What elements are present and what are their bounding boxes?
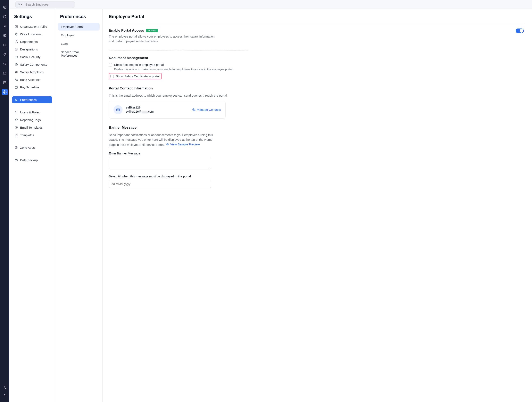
sidebar-item-preferences[interactable]: Preferences <box>12 96 52 103</box>
svg-point-27 <box>17 100 17 101</box>
sidebar-item-users-roles[interactable]: Users & Roles <box>12 109 52 116</box>
enable-portal-desc: The employee portal allows your employee… <box>109 34 220 44</box>
svg-point-26 <box>15 99 16 100</box>
sidebar-item-email-templates[interactable]: Email Templates <box>12 124 52 131</box>
sidebar-item-label: Templates <box>20 133 34 137</box>
sidebar-item-label: Salary Components <box>20 63 47 66</box>
sidebar-item-templates[interactable]: Templates <box>12 131 52 139</box>
prefs-item-sender-email[interactable]: Sender Email Preferences <box>58 48 100 59</box>
show-documents-hint: Enable this option to make documents vis… <box>114 68 524 71</box>
sidebar-item-label: Bank Accounts <box>20 78 40 81</box>
portal-contact-title: Portal Contact Information <box>109 86 524 91</box>
sidebar-item-salary-templates[interactable]: Salary Templates <box>12 69 52 76</box>
mail-icon <box>114 105 123 114</box>
show-salary-checkbox[interactable]: Show Salary Certificate in portal <box>110 74 159 78</box>
topbar: ▾ <box>9 0 532 9</box>
svg-point-22 <box>17 72 17 73</box>
banner-until-label: Select till when this message must be di… <box>109 175 524 178</box>
reports-icon[interactable] <box>2 80 8 86</box>
contact-email: zyllker126@xxxx.com <box>126 110 154 113</box>
prefs-item-employee[interactable]: Employee <box>58 31 100 39</box>
sidebar-item-work-locations[interactable]: Work Locations <box>12 31 52 38</box>
show-salary-label: Show Salary Certificate in portal <box>116 74 159 78</box>
portal-contact-desc: This is the email address to which your … <box>109 93 524 98</box>
active-badge: ACTIVE <box>146 29 158 32</box>
prefs-item-loan[interactable]: Loan <box>58 40 100 47</box>
sidebar-item-label: Email Templates <box>20 126 43 129</box>
enable-portal-toggle[interactable] <box>516 28 524 33</box>
svg-point-23 <box>15 79 16 80</box>
svg-rect-34 <box>15 160 17 161</box>
svg-point-2 <box>3 15 6 18</box>
sidebar-item-departments[interactable]: Departments <box>12 38 52 45</box>
search-input[interactable] <box>26 3 73 6</box>
banner-message-input[interactable] <box>109 157 211 169</box>
svg-point-19 <box>16 57 16 57</box>
sidebar-item-label: Pay Schedule <box>20 85 39 89</box>
detail-panel: Employee Portal Enable Portal Access ACT… <box>103 9 532 402</box>
svg-point-37 <box>167 144 168 145</box>
sidebar-item-label: Users & Roles <box>20 110 40 114</box>
svg-point-36 <box>193 109 194 110</box>
sidebar-item-pay-schedule[interactable]: Pay Schedule <box>12 84 52 91</box>
manage-contacts-link[interactable]: Manage Contacts <box>192 108 221 111</box>
employees-icon[interactable] <box>2 23 8 29</box>
svg-rect-35 <box>117 109 120 111</box>
chevron-down-icon[interactable]: ▾ <box>21 3 22 6</box>
settings-title: Settings <box>12 14 52 23</box>
preferences-sidebar: Preferences Employee Portal Employee Loa… <box>55 9 103 402</box>
banner-title: Banner Message <box>109 125 524 130</box>
loans-icon[interactable] <box>2 51 8 58</box>
sidebar-item-label: Social Security <box>20 55 40 59</box>
sidebar-item-reporting-tags[interactable]: Reporting Tags <box>12 116 52 123</box>
banner-desc: Send important notifications or announce… <box>109 132 217 147</box>
contact-name: zyllker126 <box>126 106 154 109</box>
sidebar-item-social-security[interactable]: Social Security <box>12 53 52 60</box>
sidebar-item-organization-profile[interactable]: Organization Profile <box>12 23 52 30</box>
svg-point-8 <box>4 386 5 387</box>
document-management-title: Document Management <box>109 56 524 60</box>
show-documents-label: Show documents in employee portal <box>114 63 164 66</box>
sidebar-item-label: Departments <box>20 40 38 44</box>
prefs-item-employee-portal[interactable]: Employee Portal <box>58 23 100 31</box>
prefs-item-label: Sender Email Preferences <box>61 50 79 57</box>
search-box[interactable]: ▾ <box>15 1 75 8</box>
sidebar-item-bank-accounts[interactable]: Bank Accounts <box>12 76 52 83</box>
sidebar-item-zoho-apps[interactable]: Zoho Apps <box>12 144 52 151</box>
settings-icon[interactable] <box>2 89 8 95</box>
svg-point-28 <box>15 111 16 112</box>
approvals-icon[interactable] <box>2 42 8 48</box>
svg-point-21 <box>15 71 16 72</box>
svg-rect-25 <box>15 86 17 88</box>
sidebar-item-designations[interactable]: Designations <box>12 46 52 53</box>
app-logo-icon[interactable] <box>2 4 8 10</box>
sidebar-item-label: Work Locations <box>20 32 41 36</box>
profile-icon[interactable] <box>2 384 8 390</box>
view-sample-preview-label: View Sample Preview <box>170 142 200 147</box>
preferences-title: Preferences <box>58 14 100 23</box>
sidebar-item-label: Data Backup <box>20 158 38 162</box>
benefits-icon[interactable] <box>2 61 8 67</box>
svg-point-17 <box>16 49 17 49</box>
banner-until-input[interactable] <box>109 180 211 188</box>
prefs-item-label: Employee <box>61 33 75 37</box>
payroll-run-icon[interactable] <box>2 32 8 39</box>
expand-rail-icon[interactable] <box>2 392 8 398</box>
contact-card: zyllker126 zyllker126@xxxx.com Manage Co… <box>109 101 226 118</box>
sidebar-item-label: Preferences <box>20 98 37 102</box>
show-documents-checkbox[interactable]: Show documents in employee portal <box>109 63 524 66</box>
sidebar-item-salary-components[interactable]: Salary Components <box>12 61 52 68</box>
svg-point-3 <box>4 25 5 26</box>
icon-rail <box>0 0 9 402</box>
svg-point-24 <box>17 79 17 80</box>
sidebar-item-label: Salary Templates <box>20 70 44 74</box>
sidebar-item-label: Reporting Tags <box>20 118 41 122</box>
svg-point-29 <box>17 112 17 112</box>
svg-point-12 <box>16 33 17 34</box>
show-salary-highlight: Show Salary Certificate in portal <box>109 73 161 79</box>
documents-icon[interactable] <box>2 70 8 76</box>
sidebar-item-data-backup[interactable]: Data Backup <box>12 156 52 164</box>
svg-point-10 <box>18 3 20 5</box>
view-sample-preview-link[interactable]: View Sample Preview <box>166 142 200 147</box>
dashboard-icon[interactable] <box>2 13 8 20</box>
